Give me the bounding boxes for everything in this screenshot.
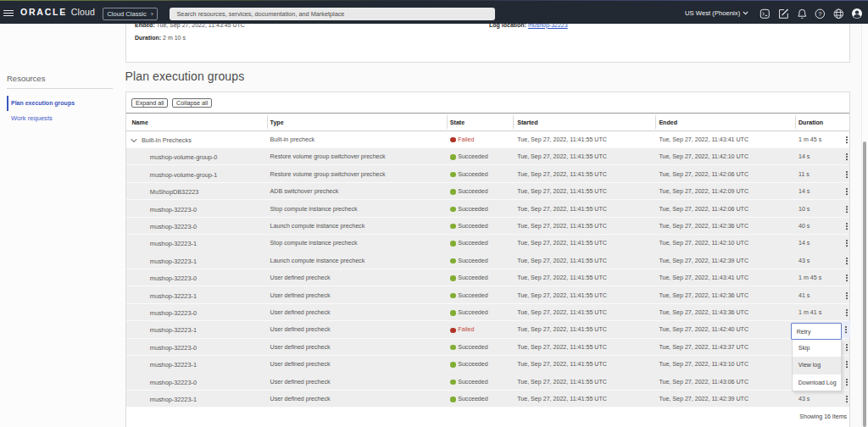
svg-text:?: ? <box>819 10 822 18</box>
